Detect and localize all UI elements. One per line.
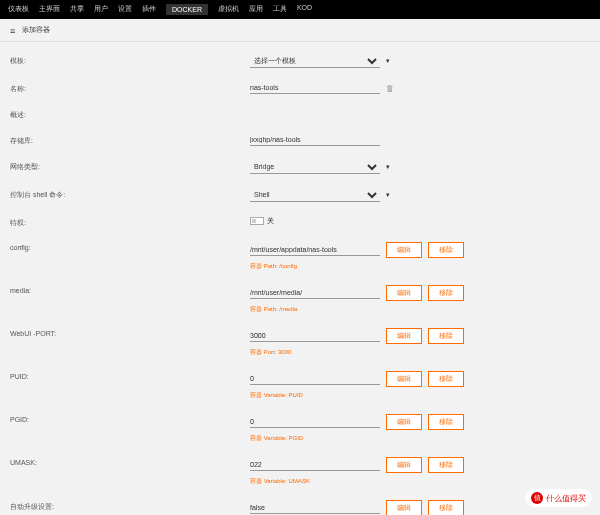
watermark-text: 什么值得买 xyxy=(546,493,586,504)
nav-item[interactable]: KOD xyxy=(297,4,312,15)
template-select[interactable]: 选择一个模板 xyxy=(250,54,380,68)
watermark: 值 什么值得买 xyxy=(525,489,592,507)
chevron-down-icon: ▾ xyxy=(386,191,390,199)
hint-umask: 容器 Variable: UMASK xyxy=(250,477,590,486)
webui-input[interactable] xyxy=(250,330,380,342)
config-input[interactable] xyxy=(250,244,380,256)
nav-item[interactable]: 仪表板 xyxy=(8,4,29,15)
delete-button[interactable]: 移除 xyxy=(428,500,464,515)
label-media: media: xyxy=(10,285,250,294)
delete-button[interactable]: 移除 xyxy=(428,371,464,387)
puid-input[interactable] xyxy=(250,373,380,385)
watermark-icon: 值 xyxy=(531,492,543,504)
edit-button[interactable]: 编辑 xyxy=(386,328,422,344)
shell-select[interactable]: Shell xyxy=(250,188,380,202)
top-nav: 仪表板 主界面 共享 用户 设置 插件 DOCKER 虚拟机 应用 工具 KOD xyxy=(0,0,600,19)
label-template: 模板: xyxy=(10,54,250,66)
network-select[interactable]: Bridge xyxy=(250,160,380,174)
delete-button[interactable]: 移除 xyxy=(428,457,464,473)
chevron-down-icon: ▾ xyxy=(386,163,390,171)
edit-button[interactable]: 编辑 xyxy=(386,414,422,430)
form: 模板: 选择一个模板 ▾ 名称: 🗑 概述: 存储库: 网络类型: Bridge… xyxy=(0,42,600,515)
nav-item[interactable]: 用户 xyxy=(94,4,108,15)
pgid-input[interactable] xyxy=(250,416,380,428)
label-pgid: PGID: xyxy=(10,414,250,423)
label-repo: 存储库: xyxy=(10,134,250,146)
nav-item[interactable]: 主界面 xyxy=(39,4,60,15)
label-puid: PUID: xyxy=(10,371,250,380)
hint-media: 容器 Path: /media xyxy=(250,305,590,314)
media-input[interactable] xyxy=(250,287,380,299)
page-header: 添加容器 xyxy=(0,19,600,42)
delete-button[interactable]: 移除 xyxy=(428,328,464,344)
priv-toggle[interactable] xyxy=(250,217,264,225)
delete-button[interactable]: 移除 xyxy=(428,285,464,301)
edit-button[interactable]: 编辑 xyxy=(386,500,422,515)
name-input[interactable] xyxy=(250,82,380,94)
edit-button[interactable]: 编辑 xyxy=(386,285,422,301)
label-autoupdate: 自动升级设置: xyxy=(10,500,250,512)
menu-icon xyxy=(10,26,18,34)
priv-value: 关 xyxy=(267,216,274,226)
delete-button[interactable]: 移除 xyxy=(428,242,464,258)
nav-item[interactable]: 虚拟机 xyxy=(218,4,239,15)
page-title: 添加容器 xyxy=(22,25,50,35)
edit-button[interactable]: 编辑 xyxy=(386,371,422,387)
edit-button[interactable]: 编辑 xyxy=(386,457,422,473)
hint-pgid: 容器 Variable: PGID xyxy=(250,434,590,443)
nav-item-docker[interactable]: DOCKER xyxy=(166,4,208,15)
umask-input[interactable] xyxy=(250,459,380,471)
chevron-down-icon: ▾ xyxy=(386,57,390,65)
nav-item[interactable]: 工具 xyxy=(273,4,287,15)
edit-button[interactable]: 编辑 xyxy=(386,242,422,258)
label-overview: 概述: xyxy=(10,108,250,120)
hint-config: 容器 Path: /config xyxy=(250,262,590,271)
label-umask: UMASK: xyxy=(10,457,250,466)
label-priv: 特权: xyxy=(10,216,250,228)
hint-webui: 容器 Port: 3000 xyxy=(250,348,590,357)
trash-icon[interactable]: 🗑 xyxy=(386,84,394,93)
nav-item[interactable]: 应用 xyxy=(249,4,263,15)
label-name: 名称: xyxy=(10,82,250,94)
repo-input[interactable] xyxy=(250,134,380,146)
autoupdate-input[interactable] xyxy=(250,502,380,514)
hint-puid: 容器 Variable: PUID xyxy=(250,391,590,400)
label-config: config: xyxy=(10,242,250,251)
nav-item[interactable]: 插件 xyxy=(142,4,156,15)
delete-button[interactable]: 移除 xyxy=(428,414,464,430)
label-webui: WebUI -PORT: xyxy=(10,328,250,337)
nav-item[interactable]: 设置 xyxy=(118,4,132,15)
nav-item[interactable]: 共享 xyxy=(70,4,84,15)
label-network: 网络类型: xyxy=(10,160,250,172)
label-shell: 控制台 shell 命令: xyxy=(10,188,250,200)
